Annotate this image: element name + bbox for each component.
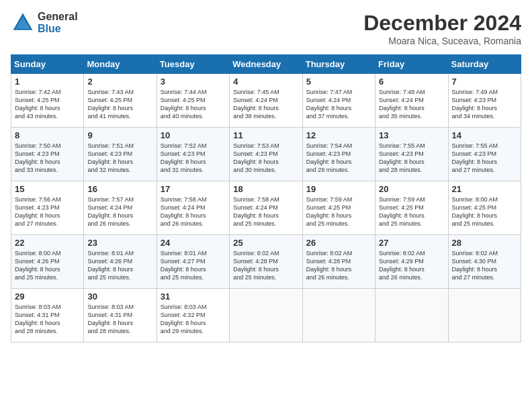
cell-content: Sunrise: 8:02 AMSunset: 4:30 PMDaylight:… <box>452 249 517 282</box>
cell-content: Sunrise: 7:59 AMSunset: 4:25 PMDaylight:… <box>306 195 371 228</box>
calendar-cell: 12Sunrise: 7:54 AMSunset: 4:23 PMDayligh… <box>302 128 375 181</box>
logo: General Blue <box>11 11 78 35</box>
cell-content: Sunrise: 8:02 AMSunset: 4:28 PMDaylight:… <box>306 249 371 282</box>
month-title: December 2024 <box>363 11 521 36</box>
calendar-cell: 25Sunrise: 8:02 AMSunset: 4:28 PMDayligh… <box>230 235 302 289</box>
day-number: 5 <box>306 77 371 87</box>
day-number: 27 <box>379 238 444 248</box>
cell-content: Sunrise: 7:45 AMSunset: 4:24 PMDaylight:… <box>233 88 298 121</box>
day-number: 22 <box>15 238 80 248</box>
day-number: 20 <box>379 184 444 194</box>
day-number: 15 <box>15 184 80 194</box>
calendar-week-row: 15Sunrise: 7:56 AMSunset: 4:23 PMDayligh… <box>11 181 521 235</box>
day-of-week-header: Saturday <box>448 55 521 74</box>
calendar-cell: 18Sunrise: 7:58 AMSunset: 4:24 PMDayligh… <box>230 181 302 235</box>
calendar-week-row: 29Sunrise: 8:03 AMSunset: 4:31 PMDayligh… <box>11 289 521 342</box>
cell-content: Sunrise: 7:50 AMSunset: 4:23 PMDaylight:… <box>15 142 80 175</box>
day-number: 31 <box>161 291 226 302</box>
day-number: 8 <box>15 130 80 140</box>
calendar-cell: 31Sunrise: 8:03 AMSunset: 4:32 PMDayligh… <box>157 289 229 342</box>
calendar-cell: 15Sunrise: 7:56 AMSunset: 4:23 PMDayligh… <box>11 181 84 235</box>
calendar-cell: 4Sunrise: 7:45 AMSunset: 4:24 PMDaylight… <box>230 74 302 128</box>
calendar-week-row: 8Sunrise: 7:50 AMSunset: 4:23 PMDaylight… <box>11 128 521 181</box>
calendar-cell: 8Sunrise: 7:50 AMSunset: 4:23 PMDaylight… <box>11 128 84 181</box>
calendar-cell: 7Sunrise: 7:49 AMSunset: 4:23 PMDaylight… <box>448 74 521 128</box>
calendar-cell: 2Sunrise: 7:43 AMSunset: 4:25 PMDaylight… <box>84 74 157 128</box>
cell-content: Sunrise: 7:58 AMSunset: 4:24 PMDaylight:… <box>233 195 298 228</box>
logo-text: General Blue <box>38 11 78 34</box>
calendar-week-row: 22Sunrise: 8:00 AMSunset: 4:26 PMDayligh… <box>11 235 521 289</box>
calendar-cell: 27Sunrise: 8:02 AMSunset: 4:29 PMDayligh… <box>375 235 448 289</box>
day-number: 17 <box>161 184 226 194</box>
day-number: 13 <box>379 130 444 140</box>
calendar-cell: 11Sunrise: 7:53 AMSunset: 4:23 PMDayligh… <box>230 128 302 181</box>
logo-general-text: General <box>38 11 78 23</box>
day-number: 7 <box>452 77 517 87</box>
day-of-week-header: Tuesday <box>157 55 229 74</box>
cell-content: Sunrise: 7:42 AMSunset: 4:25 PMDaylight:… <box>15 88 80 121</box>
day-number: 10 <box>161 130 226 140</box>
day-number: 16 <box>87 184 152 194</box>
cell-content: Sunrise: 7:55 AMSunset: 4:23 PMDaylight:… <box>379 142 444 175</box>
day-number: 6 <box>379 77 444 87</box>
calendar-cell: 17Sunrise: 7:58 AMSunset: 4:24 PMDayligh… <box>157 181 229 235</box>
calendar-cell <box>448 289 521 342</box>
calendar-cell: 30Sunrise: 8:03 AMSunset: 4:31 PMDayligh… <box>84 289 157 342</box>
day-number: 12 <box>306 130 371 140</box>
calendar-cell: 13Sunrise: 7:55 AMSunset: 4:23 PMDayligh… <box>375 128 448 181</box>
day-number: 25 <box>233 238 298 248</box>
calendar-cell: 10Sunrise: 7:52 AMSunset: 4:23 PMDayligh… <box>157 128 229 181</box>
calendar-cell: 26Sunrise: 8:02 AMSunset: 4:28 PMDayligh… <box>302 235 375 289</box>
day-number: 24 <box>161 238 226 248</box>
day-of-week-header: Friday <box>375 55 448 74</box>
cell-content: Sunrise: 7:47 AMSunset: 4:24 PMDaylight:… <box>306 88 371 121</box>
day-of-week-header: Thursday <box>302 55 375 74</box>
calendar-body: 1Sunrise: 7:42 AMSunset: 4:25 PMDaylight… <box>11 74 521 342</box>
cell-content: Sunrise: 8:03 AMSunset: 4:31 PMDaylight:… <box>15 303 80 336</box>
calendar-cell: 16Sunrise: 7:57 AMSunset: 4:24 PMDayligh… <box>84 181 157 235</box>
calendar-header: SundayMondayTuesdayWednesdayThursdayFrid… <box>11 55 521 74</box>
cell-content: Sunrise: 8:01 AMSunset: 4:26 PMDaylight:… <box>87 249 152 282</box>
day-number: 18 <box>233 184 298 194</box>
cell-content: Sunrise: 8:00 AMSunset: 4:25 PMDaylight:… <box>452 195 517 228</box>
cell-content: Sunrise: 7:44 AMSunset: 4:25 PMDaylight:… <box>161 88 226 121</box>
day-number: 21 <box>452 184 517 194</box>
calendar-cell: 19Sunrise: 7:59 AMSunset: 4:25 PMDayligh… <box>302 181 375 235</box>
cell-content: Sunrise: 7:59 AMSunset: 4:25 PMDaylight:… <box>379 195 444 228</box>
cell-content: Sunrise: 7:54 AMSunset: 4:23 PMDaylight:… <box>306 142 371 175</box>
day-number: 28 <box>452 238 517 248</box>
title-block: December 2024 Moara Nica, Suceava, Roman… <box>363 11 521 46</box>
cell-content: Sunrise: 7:52 AMSunset: 4:23 PMDaylight:… <box>161 142 226 175</box>
logo-icon <box>11 11 35 35</box>
calendar-cell: 24Sunrise: 8:01 AMSunset: 4:27 PMDayligh… <box>157 235 229 289</box>
cell-content: Sunrise: 8:01 AMSunset: 4:27 PMDaylight:… <box>161 249 226 282</box>
day-number: 2 <box>87 77 152 87</box>
calendar-cell <box>302 289 375 342</box>
calendar-cell <box>375 289 448 342</box>
day-of-week-header: Sunday <box>11 55 84 74</box>
day-number: 9 <box>87 130 152 140</box>
cell-content: Sunrise: 7:48 AMSunset: 4:24 PMDaylight:… <box>379 88 444 121</box>
cell-content: Sunrise: 7:55 AMSunset: 4:23 PMDaylight:… <box>452 142 517 175</box>
calendar-cell: 29Sunrise: 8:03 AMSunset: 4:31 PMDayligh… <box>11 289 84 342</box>
cell-content: Sunrise: 7:57 AMSunset: 4:24 PMDaylight:… <box>87 195 152 228</box>
day-number: 29 <box>15 291 80 302</box>
day-number: 30 <box>87 291 152 302</box>
page-header: General Blue December 2024 Moara Nica, S… <box>11 11 521 46</box>
day-number: 4 <box>233 77 298 87</box>
calendar-cell: 22Sunrise: 8:00 AMSunset: 4:26 PMDayligh… <box>11 235 84 289</box>
calendar-table: SundayMondayTuesdayWednesdayThursdayFrid… <box>11 54 521 342</box>
calendar-cell: 5Sunrise: 7:47 AMSunset: 4:24 PMDaylight… <box>302 74 375 128</box>
cell-content: Sunrise: 7:43 AMSunset: 4:25 PMDaylight:… <box>87 88 152 121</box>
calendar-cell: 20Sunrise: 7:59 AMSunset: 4:25 PMDayligh… <box>375 181 448 235</box>
calendar-cell: 23Sunrise: 8:01 AMSunset: 4:26 PMDayligh… <box>84 235 157 289</box>
day-of-week-header: Monday <box>84 55 157 74</box>
header-row: SundayMondayTuesdayWednesdayThursdayFrid… <box>11 55 521 74</box>
location-text: Moara Nica, Suceava, Romania <box>363 36 521 46</box>
calendar-cell: 6Sunrise: 7:48 AMSunset: 4:24 PMDaylight… <box>375 74 448 128</box>
day-number: 23 <box>87 238 152 248</box>
cell-content: Sunrise: 8:00 AMSunset: 4:26 PMDaylight:… <box>15 249 80 282</box>
calendar-cell: 21Sunrise: 8:00 AMSunset: 4:25 PMDayligh… <box>448 181 521 235</box>
calendar-cell <box>230 289 302 342</box>
day-number: 3 <box>161 77 226 87</box>
